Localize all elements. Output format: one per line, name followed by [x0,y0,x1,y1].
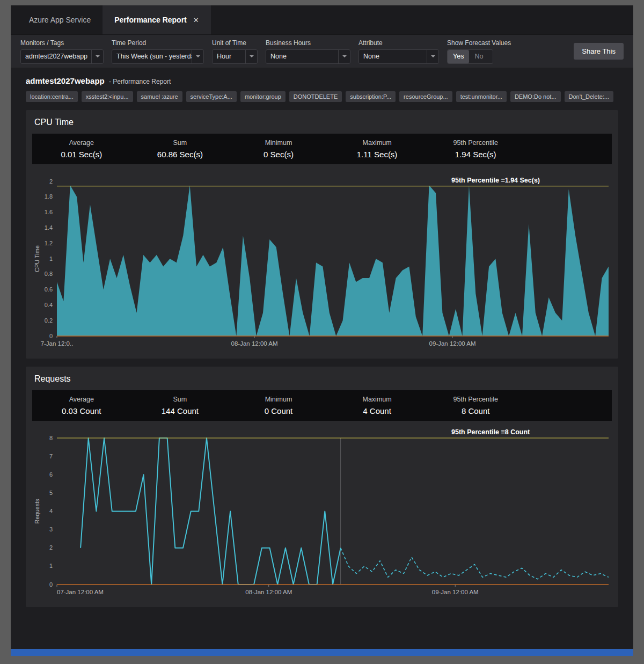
svg-text:CPU Time: CPU Time [34,245,40,272]
monitor-name: admtest2027webapp [26,76,105,85]
tag-chip[interactable]: subscription:P... [346,91,396,102]
monitors-label: Monitors / Tags [20,39,104,47]
forecast-label: Show Forecast Values [447,39,511,47]
monitors-dropdown[interactable]: admtest2027webapp [20,49,104,64]
stat-average: Average 0.01 Sec(s) [32,139,131,159]
app-window: Azure App Service Performance Report ✕ M… [11,5,633,656]
svg-text:7: 7 [49,453,53,459]
forecast-no-option[interactable]: No [469,50,488,63]
chevron-down-icon [338,50,350,63]
time-period-label: Time Period [112,39,204,47]
svg-text:8: 8 [49,435,53,441]
requests-card-title: Requests [26,367,618,390]
svg-text:2: 2 [49,544,53,551]
svg-text:0.6: 0.6 [45,286,53,293]
tag-chip[interactable]: resourceGroup... [399,91,452,102]
svg-text:09-Jan 12:00 AM: 09-Jan 12:00 AM [429,340,476,347]
svg-text:0: 0 [49,333,53,339]
stat-95th-percentile: 95th Percentile 8 Count [426,396,525,415]
svg-text:1.4: 1.4 [45,224,53,231]
tag-chip[interactable]: xsstest2:<inpu... [82,91,133,102]
cpu-card-title: CPU Time [26,110,618,134]
tab-performance-report[interactable]: Performance Report ✕ [103,5,211,34]
requests-stats-bar: Average 0.03 Count Sum 144 Count Minimum… [32,390,612,421]
tag-chip[interactable]: serviceType:A... [186,91,237,102]
attribute-label: Attribute [358,39,439,47]
svg-text:2: 2 [49,178,53,185]
svg-text:6: 6 [49,471,53,478]
filter-bar: Monitors / Tags admtest2027webapp Time P… [11,34,633,68]
window-frame: Azure App Service Performance Report ✕ M… [0,0,644,664]
svg-text:7-Jan 12:0..: 7-Jan 12:0.. [41,340,74,347]
forecast-yes-option[interactable]: Yes [448,50,469,63]
tag-chip[interactable]: location:centra... [26,91,78,102]
stat-minimum: Minimum 0 Count [229,396,328,415]
stat-sum: Sum 60.86 Sec(s) [131,139,230,159]
chevron-down-icon [192,50,203,63]
unit-of-time-dropdown[interactable]: Hour [212,49,258,64]
filter-attribute: Attribute None [358,39,439,64]
stat-sum: Sum 144 Count [131,396,230,415]
filter-business-hours: Business Hours None [266,39,350,64]
requests-card: Requests Average 0.03 Count Sum 144 Coun… [26,367,618,607]
svg-text:09-Jan 12:00 AM: 09-Jan 12:00 AM [432,589,479,595]
chevron-down-icon [91,50,103,63]
tag-list: location:centra... xsstest2:<inpu... sam… [26,91,618,102]
tab-label: Performance Report [114,16,187,24]
svg-text:1.2: 1.2 [45,240,53,246]
requests-chart[interactable]: 012345678Requests07-Jan 12:00 AM08-Jan 1… [32,427,612,602]
time-period-dropdown[interactable]: This Week (sun - yesterda [112,49,204,64]
svg-text:95th Percentile =1.94 Sec(s): 95th Percentile =1.94 Sec(s) [451,177,540,184]
filter-show-forecast: Show Forecast Values Yes No [447,39,511,64]
stat-minimum: Minimum 0 Sec(s) [229,139,328,159]
business-hours-dropdown[interactable]: None [266,49,350,64]
stat-95th-percentile: 95th Percentile 1.94 Sec(s) [426,139,525,159]
share-this-button[interactable]: Share This [574,43,624,60]
requests-chart-area: 012345678Requests07-Jan 12:00 AM08-Jan 1… [32,427,612,602]
svg-text:4: 4 [49,508,53,514]
svg-text:0.2: 0.2 [45,317,53,324]
svg-text:5: 5 [49,490,53,496]
svg-text:1: 1 [49,256,53,262]
svg-text:1.8: 1.8 [45,193,53,200]
cpu-stats-bar: Average 0.01 Sec(s) Sum 60.86 Sec(s) Min… [32,134,612,164]
filter-monitors: Monitors / Tags admtest2027webapp [20,39,104,64]
chevron-down-icon [427,50,438,63]
close-tab-icon[interactable]: ✕ [193,17,199,24]
svg-text:0.4: 0.4 [45,302,53,308]
footer-bar [11,649,633,656]
tab-label: Azure App Service [29,16,91,24]
tag-chip[interactable]: test:unmonitor... [456,91,507,102]
report-content: admtest2027webapp - Performance Report l… [11,68,633,649]
cpu-time-chart[interactable]: 00.20.40.60.811.21.41.61.82CPU Time7-Jan… [32,171,612,353]
tab-azure-app-service[interactable]: Azure App Service [17,5,103,34]
attribute-dropdown[interactable]: None [358,49,439,64]
tag-chip[interactable]: DONOTDELETE [289,91,342,102]
tab-bar: Azure App Service Performance Report ✕ [11,5,633,34]
page-title: admtest2027webapp - Performance Report [26,76,618,85]
business-hours-label: Business Hours [266,39,350,47]
chevron-down-icon [245,50,257,63]
forecast-toggle: Yes No [447,49,493,64]
stat-average: Average 0.03 Count [32,396,131,415]
svg-text:0: 0 [49,581,53,588]
svg-text:95th Percentile =8 Count: 95th Percentile =8 Count [451,428,530,436]
svg-text:08-Jan 12:00 AM: 08-Jan 12:00 AM [245,589,292,595]
tag-chip[interactable]: monitor:group [240,91,286,102]
svg-text:08-Jan 12:00 AM: 08-Jan 12:00 AM [231,340,278,347]
svg-text:1: 1 [49,563,53,569]
tag-chip[interactable]: samuel :azure [137,91,182,102]
svg-text:1.6: 1.6 [45,209,53,215]
stat-maximum: Maximum 1.11 Sec(s) [328,139,427,159]
report-subtitle: - Performance Report [109,78,171,85]
tag-chip[interactable]: DEMO:Do not... [510,91,561,102]
filter-unit-of-time: Unit of Time Hour [212,39,258,64]
cpu-chart-area: 00.20.40.60.811.21.41.61.82CPU Time7-Jan… [32,171,612,353]
filter-time-period: Time Period This Week (sun - yesterda [112,39,204,64]
svg-text:0.8: 0.8 [45,271,53,277]
unit-label: Unit of Time [212,39,258,47]
tag-chip[interactable]: Don't_Delete:... [565,91,613,102]
svg-text:07-Jan 12:00 AM: 07-Jan 12:00 AM [57,589,104,595]
cpu-time-card: CPU Time Average 0.01 Sec(s) Sum 60.86 S… [26,110,618,359]
stat-maximum: Maximum 4 Count [328,396,427,415]
